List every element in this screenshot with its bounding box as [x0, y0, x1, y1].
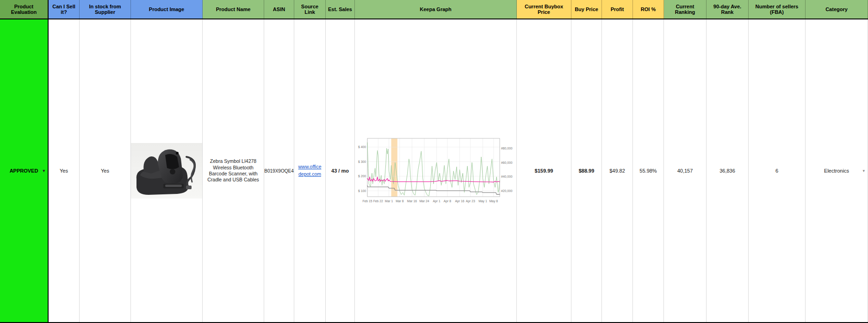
in-stock-value: Yes	[101, 168, 109, 174]
svg-text:$ 400: $ 400	[358, 145, 366, 149]
current-ranking-cell[interactable]: 40,157	[664, 19, 707, 322]
keepa-chart: Feb 15Feb 22Mar 1Mar 8Mar 16Mar 24Apr 1A…	[355, 136, 516, 205]
svg-text:#60,000: #60,000	[501, 161, 513, 164]
number-of-sellers-cell[interactable]: 6	[749, 19, 806, 322]
keepa-graph-cell[interactable]: Feb 15Feb 22Mar 1Mar 8Mar 16Mar 24Apr 1A…	[355, 19, 517, 322]
asin-cell[interactable]: B019X9OQE4	[264, 19, 294, 322]
est-sales-cell[interactable]: 43 / mo	[326, 19, 355, 322]
column-header-current-ranking[interactable]: Current Ranking	[664, 0, 707, 19]
chevron-down-icon[interactable]: ▾	[862, 169, 865, 173]
roi-cell[interactable]: 55.98%	[633, 19, 664, 322]
profit-value: $49.82	[609, 168, 625, 174]
profit-cell[interactable]: $49.82	[602, 19, 633, 322]
product-name-cell[interactable]: Zebra Symbol LI4278 Wireless Bluetooth B…	[203, 19, 264, 322]
column-header-current-buybox-price[interactable]: Current Buybox Price	[517, 0, 571, 19]
chevron-down-icon[interactable]: ▾	[43, 169, 45, 173]
column-header-in-stock-from-supplier[interactable]: In stock from Supplier	[80, 0, 131, 19]
can-i-sell-cell[interactable]: Yes	[49, 19, 80, 322]
svg-text:Mar 16: Mar 16	[407, 199, 416, 203]
asin-value: B019X9OQE4	[264, 168, 293, 174]
column-header-category[interactable]: Category	[806, 0, 868, 19]
svg-text:Apr 8: Apr 8	[443, 199, 451, 203]
svg-text:Mar 1: Mar 1	[384, 199, 393, 203]
spreadsheet: Product Evaluation Can I Sell it? In sto…	[0, 0, 868, 323]
buy-price-cell[interactable]: $88.99	[571, 19, 602, 322]
product-evaluation-value: APPROVED	[10, 168, 38, 174]
source-link-cell[interactable]: www.officedepot.com	[294, 19, 326, 322]
svg-text:Mar 24: Mar 24	[419, 199, 429, 203]
est-sales-value: 43 / mo	[331, 168, 349, 174]
column-header-source-link[interactable]: Source Link	[294, 0, 326, 19]
current-buybox-price-value: $159.99	[535, 168, 553, 174]
product-image	[131, 143, 203, 199]
product-name-value: Zebra Symbol LI4278 Wireless Bluetooth B…	[206, 158, 260, 183]
svg-text:Apr 23: Apr 23	[465, 199, 475, 203]
roi-value: 55.98%	[639, 168, 657, 174]
in-stock-cell[interactable]: Yes	[80, 19, 131, 322]
column-header-number-of-sellers-fba[interactable]: Number of sellers (FBA)	[749, 0, 806, 19]
product-evaluation-cell[interactable]: APPROVED ▾	[0, 19, 49, 322]
svg-text:$ 100: $ 100	[358, 189, 366, 193]
column-header-product-name[interactable]: Product Name	[203, 0, 264, 19]
table-row: APPROVED ▾ Yes Yes	[0, 19, 868, 323]
svg-text:Apr 16: Apr 16	[455, 199, 464, 203]
column-header-est-sales[interactable]: Est. Sales	[326, 0, 355, 19]
category-cell[interactable]: Electronics ▾	[806, 19, 868, 322]
column-header-profit[interactable]: Profit	[602, 0, 633, 19]
svg-text:Apr 1: Apr 1	[433, 199, 440, 203]
svg-text:$ 300: $ 300	[358, 160, 366, 163]
svg-text:May 1: May 1	[478, 199, 487, 203]
svg-text:$ 200: $ 200	[358, 174, 366, 178]
header-row: Product Evaluation Can I Sell it? In sto…	[0, 0, 868, 19]
svg-text:Mar 8: Mar 8	[396, 199, 404, 203]
svg-text:#80,000: #80,000	[501, 147, 513, 150]
current-ranking-value: 40,157	[677, 168, 693, 174]
column-header-roi-percent[interactable]: ROI %	[633, 0, 664, 19]
buy-price-value: $88.99	[579, 168, 595, 174]
source-link[interactable]: www.officedepot.com	[294, 163, 325, 178]
svg-text:Feb 22: Feb 22	[373, 199, 383, 203]
column-header-asin[interactable]: ASIN	[264, 0, 294, 19]
svg-text:#40,000: #40,000	[501, 175, 513, 178]
keepa-graph: Feb 15Feb 22Mar 1Mar 8Mar 16Mar 24Apr 1A…	[355, 136, 516, 205]
90day-ave-rank-value: 36,836	[719, 168, 735, 174]
can-i-sell-value: Yes	[60, 168, 68, 174]
current-buybox-price-cell[interactable]: $159.99	[517, 19, 571, 322]
barcode-scanner-image	[131, 143, 203, 199]
column-header-product-evaluation[interactable]: Product Evaluation	[0, 0, 49, 19]
90day-ave-rank-cell[interactable]: 36,836	[707, 19, 749, 322]
category-value: Electronics	[824, 168, 849, 174]
number-of-sellers-value: 6	[775, 168, 778, 174]
column-header-buy-price[interactable]: Buy Price	[571, 0, 602, 19]
column-header-product-image[interactable]: Product Image	[131, 0, 203, 19]
svg-text:Feb 15: Feb 15	[362, 199, 372, 203]
column-header-90day-ave-rank[interactable]: 90-day Ave. Rank	[707, 0, 749, 19]
column-header-keepa-graph[interactable]: Keepa Graph	[355, 0, 517, 19]
product-image-cell[interactable]	[131, 19, 203, 322]
column-header-can-i-sell-it[interactable]: Can I Sell it?	[49, 0, 80, 19]
svg-text:#20,000: #20,000	[501, 189, 513, 193]
svg-text:May 8: May 8	[489, 199, 498, 203]
